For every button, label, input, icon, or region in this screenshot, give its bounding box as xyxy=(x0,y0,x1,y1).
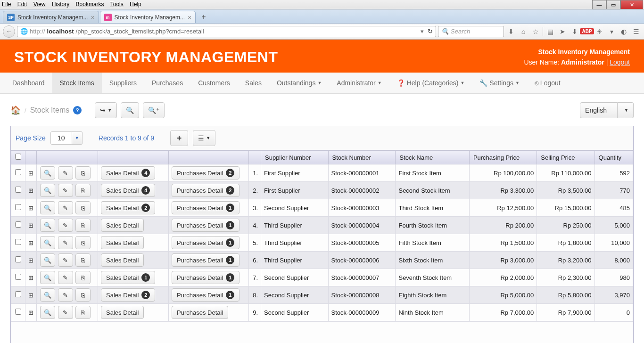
expand-button[interactable]: ⊞ xyxy=(25,304,37,321)
expand-button[interactable]: ⊞ xyxy=(25,234,37,252)
close-icon[interactable]: × xyxy=(188,14,191,21)
export-button[interactable]: ↪▼ xyxy=(95,102,117,118)
purchases-detail-button[interactable]: Purchases Detail 1 xyxy=(172,219,239,232)
menu-help[interactable]: Help xyxy=(130,1,141,8)
expand-button[interactable]: ⊞ xyxy=(25,286,37,304)
col-stock-number[interactable]: Stock Number xyxy=(328,151,396,164)
menu-view[interactable]: View xyxy=(33,1,46,8)
purchases-detail-button[interactable]: Purchases Detail 1 xyxy=(172,271,239,284)
reload-icon[interactable]: ↻ xyxy=(428,28,433,35)
edit-button[interactable]: ✎ xyxy=(58,288,73,302)
nav-administrator[interactable]: Administrator ▼ xyxy=(329,73,389,93)
expand-button[interactable]: ⊞ xyxy=(25,269,37,286)
advanced-search-button[interactable]: 🔍⁺ xyxy=(143,102,165,118)
language-dropdown[interactable]: ▼ xyxy=(618,102,634,118)
window-minimize[interactable]: — xyxy=(592,0,606,9)
nav-dashboard[interactable]: Dashboard xyxy=(5,73,52,93)
nav-purchases[interactable]: Purchases xyxy=(144,73,190,93)
logout-link[interactable]: Logout xyxy=(610,58,630,66)
view-button[interactable]: 🔍 xyxy=(40,166,55,180)
add-button[interactable]: + xyxy=(170,130,188,146)
sales-detail-button[interactable]: Sales Detail 4 xyxy=(101,184,155,197)
view-button[interactable]: 🔍 xyxy=(40,219,55,232)
edit-button[interactable]: ✎ xyxy=(58,306,73,319)
home-icon[interactable]: ⌂ xyxy=(518,28,528,35)
menu-edit[interactable]: Edit xyxy=(17,1,27,8)
sales-detail-button[interactable]: Sales Detail xyxy=(101,219,144,232)
copy-button[interactable]: ⎘ xyxy=(75,184,91,197)
browser-tab[interactable]: SF Stock Inventory Managem... × xyxy=(3,11,99,23)
weather-icon[interactable]: ☀ xyxy=(594,28,604,35)
view-button[interactable]: 🔍 xyxy=(40,236,55,249)
view-button[interactable]: 🔍 xyxy=(40,288,55,302)
sales-detail-button[interactable]: Sales Detail 1 xyxy=(101,271,155,284)
col-selling-price[interactable]: Selling Price xyxy=(537,151,594,164)
search-input[interactable]: 🔍 Search xyxy=(438,26,504,37)
nav-help[interactable]: ❓ Help (Categories) ▼ xyxy=(389,73,472,93)
view-button[interactable]: 🔍 xyxy=(40,201,55,214)
sales-detail-button[interactable]: Sales Detail 4 xyxy=(101,166,155,180)
nav-stock-items[interactable]: Stock Items xyxy=(52,73,102,93)
select-all-checkbox[interactable] xyxy=(15,154,21,160)
dropdown-icon[interactable]: ▾ xyxy=(421,28,424,35)
sales-detail-button[interactable]: Sales Detail xyxy=(101,253,144,267)
col-stock-name[interactable]: Stock Name xyxy=(396,151,469,164)
edit-button[interactable]: ✎ xyxy=(58,166,73,180)
purchases-detail-button[interactable]: Purchases Detail 1 xyxy=(172,253,239,267)
copy-button[interactable]: ⎘ xyxy=(75,236,91,249)
row-checkbox[interactable] xyxy=(15,204,21,210)
close-icon[interactable]: × xyxy=(91,14,94,21)
sales-detail-button[interactable]: Sales Detail xyxy=(101,236,144,249)
edit-button[interactable]: ✎ xyxy=(58,219,73,232)
menu-icon[interactable]: ☰ xyxy=(631,28,641,35)
edit-button[interactable]: ✎ xyxy=(58,253,73,267)
row-checkbox[interactable] xyxy=(15,187,21,193)
page-size-input[interactable]: 10 xyxy=(50,131,72,145)
nav-logout[interactable]: ⎋ Logout xyxy=(527,73,568,93)
sales-detail-button[interactable]: Sales Detail xyxy=(101,306,144,319)
nav-sales[interactable]: Sales xyxy=(238,73,269,93)
copy-button[interactable]: ⎘ xyxy=(75,253,91,267)
home-icon[interactable]: 🏠 xyxy=(10,105,21,115)
nav-suppliers[interactable]: Suppliers xyxy=(102,73,144,93)
view-button[interactable]: 🔍 xyxy=(40,253,55,267)
expand-button[interactable]: ⊞ xyxy=(25,252,37,269)
save-icon[interactable]: ⬇ xyxy=(570,28,580,35)
menu-file[interactable]: File xyxy=(2,1,11,8)
row-checkbox[interactable] xyxy=(15,256,21,262)
purchases-detail-button[interactable]: Purchases Detail 1 xyxy=(172,288,239,302)
expand-button[interactable]: ⊞ xyxy=(25,182,37,199)
download-icon[interactable]: ⬇ xyxy=(506,28,516,35)
new-tab-button[interactable]: + xyxy=(197,11,210,23)
send-icon[interactable]: ➤ xyxy=(557,28,568,35)
view-button[interactable]: 🔍 xyxy=(40,271,55,284)
abp-icon[interactable]: ABP xyxy=(582,28,592,34)
nav-settings[interactable]: 🔧 Settings ▼ xyxy=(472,73,527,93)
row-checkbox[interactable] xyxy=(15,221,21,228)
purchases-detail-button[interactable]: Purchases Detail 2 xyxy=(172,184,239,197)
library-icon[interactable]: ▤ xyxy=(545,28,555,35)
col-supplier[interactable]: Supplier Number xyxy=(261,151,329,164)
edit-button[interactable]: ✎ xyxy=(58,271,73,284)
extension-icon[interactable]: ◐ xyxy=(619,28,629,35)
browser-tab[interactable]: m Stock Inventory Managem... × xyxy=(100,11,196,23)
nav-outstandings[interactable]: Outstandings ▼ xyxy=(269,73,329,93)
purchases-detail-button[interactable]: Purchases Detail 2 xyxy=(172,166,239,180)
copy-button[interactable]: ⎘ xyxy=(75,288,91,302)
back-button[interactable]: ← xyxy=(3,25,15,38)
menu-bookmarks[interactable]: Bookmarks xyxy=(76,1,104,8)
purchases-detail-button[interactable]: Purchases Detail 1 xyxy=(172,236,239,249)
edit-button[interactable]: ✎ xyxy=(58,201,73,214)
menu-history[interactable]: History xyxy=(52,1,69,8)
nav-customers[interactable]: Customers xyxy=(190,73,238,93)
row-checkbox[interactable] xyxy=(15,169,21,175)
row-checkbox[interactable] xyxy=(15,291,21,297)
purchases-detail-button[interactable]: Purchases Detail xyxy=(172,306,228,319)
page-size-dropdown[interactable]: ▼ xyxy=(72,131,83,145)
expand-button[interactable]: ⊞ xyxy=(25,164,37,182)
bulk-action-button[interactable]: ☰▼ xyxy=(193,130,215,146)
copy-button[interactable]: ⎘ xyxy=(75,219,91,232)
menu-tools[interactable]: Tools xyxy=(110,1,124,8)
language-select[interactable]: English xyxy=(580,102,618,118)
col-purchase-price[interactable]: Purchasing Price xyxy=(469,151,537,164)
